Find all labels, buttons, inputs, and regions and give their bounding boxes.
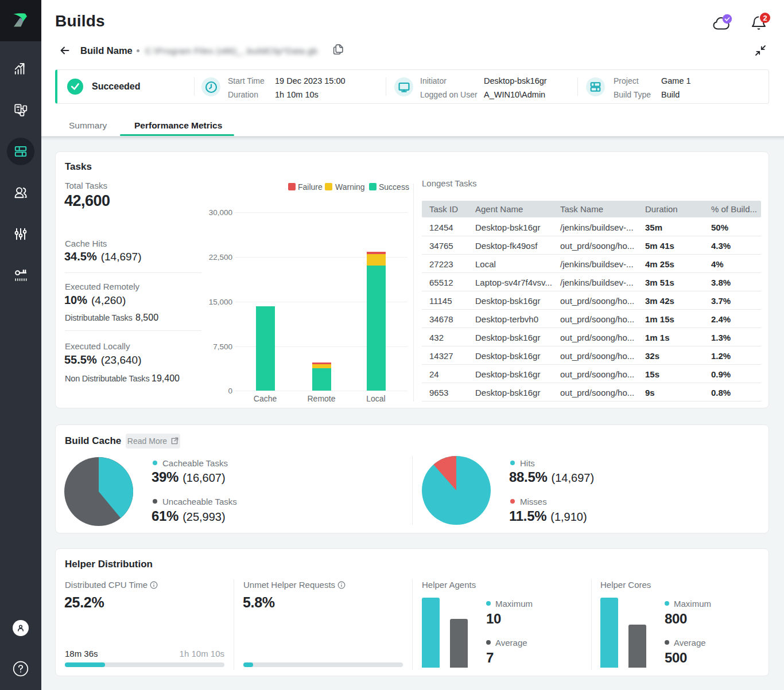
svg-text:2: 2	[763, 14, 767, 22]
